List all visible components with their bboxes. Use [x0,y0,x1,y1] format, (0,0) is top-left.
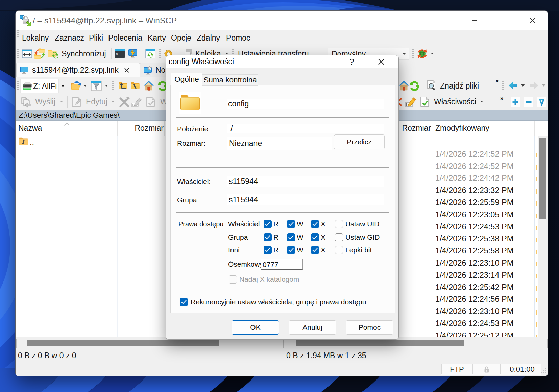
rights-checkbox-grupa-x[interactable] [311,233,319,241]
rights-special-checkbox[interactable] [335,246,343,254]
rights-checkbox-właściciel-x[interactable] [311,220,319,228]
forward-icon[interactable] [529,81,539,90]
size-field[interactable]: Nieznane [227,137,332,150]
file-row-modified[interactable]: 1/4/2026 12:24:53 PM [435,221,513,233]
column-header-name[interactable]: Nazwa [18,121,42,136]
file-row-modified[interactable]: 1/4/2026 12:23:05 PM [435,209,513,221]
rights-checkbox-inni-x[interactable] [311,246,319,254]
left-hscroll-thumb[interactable] [27,340,219,346]
sync-options-dropdown-icon[interactable] [431,53,434,54]
find-files-icon[interactable] [427,80,437,91]
rights-checkbox-inni-w[interactable] [287,246,295,254]
filter-dropdown-icon[interactable] [105,85,108,87]
edit-icon[interactable] [72,97,83,107]
edit-dropdown-icon[interactable] [111,101,115,102]
help-button[interactable]: Pomoc [346,320,393,335]
owner-field[interactable]: s115944 [227,176,384,187]
back-dropdown-icon[interactable] [520,84,525,87]
vscroll-thumb[interactable] [539,138,546,219]
file-row-modified[interactable]: 1/4/2026 12:25:42 PM [435,281,513,293]
synchronization-options-icon[interactable] [416,48,428,59]
cancel-button[interactable]: Anuluj [289,320,336,335]
file-row-modified[interactable]: 1/4/2026 12:25:12 PM [435,329,513,337]
file-row-modified[interactable]: 1/4/2026 12:24:42 PM [435,172,513,184]
group-field[interactable]: s115944 [227,194,384,205]
menu-opcje[interactable]: Opcje [171,30,191,46]
session-tab-active[interactable]: s115944@ftp.22.svpj.link [16,63,140,77]
file-row-modified[interactable]: 1/4/2026 12:24:52 PM [435,160,513,172]
menu-pliki[interactable]: Pliki [89,30,103,46]
queue-dropdown-icon[interactable] [225,53,228,54]
find-files-label[interactable]: Znajdź pliki [440,81,479,91]
properties-doc-icon[interactable] [146,97,156,108]
file-row-modified[interactable]: 1/4/2026 12:25:58 PM [435,245,513,257]
refresh-icon[interactable] [409,80,420,91]
file-row-modified[interactable]: 1/4/2026 12:24:52 PM [435,148,513,160]
ok-button[interactable]: OK [232,320,279,335]
rights-checkbox-właściciel-w[interactable] [287,220,295,228]
dialog-name-field[interactable]: config [227,99,384,109]
synchronize-label[interactable]: Synchronizuj [62,49,106,58]
tab-close-icon[interactable] [123,67,130,74]
properties-check-icon[interactable] [420,97,431,108]
recalculate-button[interactable]: Przelicz [334,134,385,149]
menu-polecenia[interactable]: Polecenia [108,30,142,46]
file-row-modified[interactable]: 1/4/2026 12:25:38 PM [435,232,513,245]
rights-checkbox-inni-r[interactable] [264,246,272,254]
right-hscroll-thumb[interactable] [296,340,464,346]
menu-lokalny[interactable]: Lokalny [22,30,49,46]
properties-dropdown-icon[interactable] [480,101,483,102]
file-row-modified[interactable]: 1/4/2026 12:23:10 PM [435,257,513,269]
rename-icon[interactable] [405,97,417,107]
location-field[interactable]: / [227,124,384,133]
select-all-button[interactable] [537,97,546,107]
column-header-size[interactable]: Rozmiar [117,121,164,136]
close-button[interactable] [522,11,542,30]
left-hscrollbar[interactable] [16,339,281,348]
transfer-preset-dropdown[interactable] [400,48,409,60]
menu-zdalny[interactable]: Zdalny [197,30,220,46]
toolbar-grip[interactable] [412,49,415,59]
right-hscrollbar[interactable] [283,339,548,348]
file-row-modified[interactable]: 1/4/2026 12:23:14 PM [435,269,513,281]
open-in-putty-icon[interactable] [127,49,138,59]
rename-icon[interactable] [131,97,143,107]
toolbar-grip[interactable] [159,49,161,59]
rights-checkbox-właściciel-r[interactable] [264,220,272,228]
upload-label[interactable]: Wyślij [35,97,55,106]
rights-special-checkbox[interactable] [335,220,343,228]
swap-panels-icon[interactable] [22,49,32,59]
file-row-modified[interactable]: 1/4/2026 12:24:53 PM [435,317,513,329]
home-directory-icon[interactable] [398,80,409,91]
maximize-button[interactable] [493,11,513,30]
dialog-tab-checksum[interactable]: Suma kontrolna [202,74,258,86]
toolbar-grip[interactable] [502,81,505,91]
menu-karty[interactable]: Karty [148,30,166,46]
rights-checkbox-grupa-r[interactable] [264,233,272,241]
drive-combo[interactable]: Z: AllFi [20,79,59,93]
menu-pomoc[interactable]: Pomoc [226,30,250,46]
back-icon[interactable] [508,81,518,90]
file-row-modified[interactable]: 1/4/2026 12:24:56 PM [435,293,513,305]
console-icon[interactable]: > [115,49,125,59]
filter-icon[interactable] [91,80,102,91]
toolbar-overflow-chevron[interactable]: » [500,95,503,102]
toolbar-grip[interactable] [112,81,115,91]
toolbar-overflow-chevron[interactable]: » [495,77,499,84]
toolbar-grip[interactable] [17,49,19,59]
dialog-tab-general[interactable]: Ogólne [171,73,202,86]
edit-label[interactable]: Edytuj [86,97,107,106]
delete-icon[interactable] [119,97,130,107]
home-directory-icon[interactable] [143,80,154,91]
rights-special-checkbox[interactable] [335,233,343,241]
dialog-close-icon[interactable] [378,58,385,66]
menu-zaznacz[interactable]: Zaznacz [55,30,84,46]
root-directory-icon[interactable] [130,81,140,91]
file-row-modified[interactable]: 1/4/2026 12:23:10 PM [435,305,513,317]
forward-dropdown-icon[interactable] [541,84,546,87]
dialog-help-button[interactable]: ? [344,55,359,68]
toolbar-grip[interactable] [506,97,508,107]
toolbar-grip[interactable] [16,97,19,107]
refresh-panel-icon[interactable] [145,49,155,59]
toolbar-grip[interactable] [17,30,19,40]
